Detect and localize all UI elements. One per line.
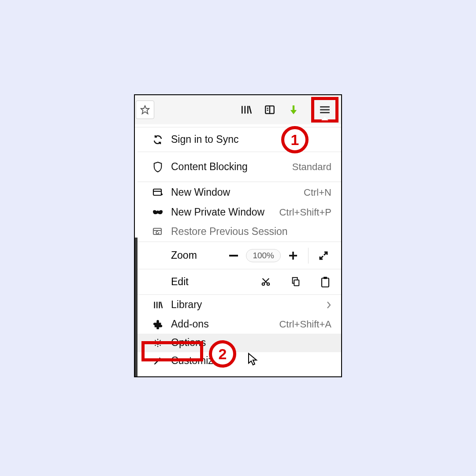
menu-item-new-private[interactable]: New Private Window Ctrl+Shift+P [138, 203, 341, 222]
zoom-out-button[interactable] [221, 247, 246, 264]
svg-marker-0 [141, 106, 149, 114]
library-icon [240, 104, 252, 115]
cut-button[interactable] [261, 277, 271, 287]
menu-shortcut: Ctrl+N [304, 187, 331, 198]
menu-item-sync[interactable]: Sign in to Sync [138, 127, 341, 152]
menu-item-content-blocking[interactable]: Content Blocking Standard [138, 152, 341, 182]
bookmark-star-button[interactable] [136, 100, 154, 119]
svg-line-4 [249, 106, 251, 113]
menu-edit-row: Edit [138, 269, 341, 295]
menu-label: Add-ons [171, 318, 209, 330]
svg-point-35 [156, 341, 159, 344]
divider [308, 248, 309, 264]
cut-icon [261, 277, 271, 286]
toolbar-right-group [238, 97, 341, 123]
toolbar [135, 95, 341, 124]
copy-icon [291, 277, 301, 286]
hamburger-icon [319, 105, 331, 114]
gear-icon [151, 338, 165, 348]
sidebar-icon [264, 104, 275, 115]
menu-item-library[interactable]: Library [138, 295, 341, 315]
svg-rect-19 [229, 255, 238, 257]
fullscreen-icon [319, 251, 328, 260]
menu-value: Standard [292, 161, 331, 173]
menu-item-options[interactable]: Options [138, 334, 341, 352]
download-arrow-icon [288, 104, 299, 115]
browser-menu-screenshot: Sign in to Sync Content Blocking Standar… [134, 94, 342, 377]
svg-rect-28 [294, 280, 299, 286]
shield-icon [151, 161, 165, 173]
star-icon [140, 105, 150, 115]
menu-shortcut: Ctrl+Shift+A [279, 319, 331, 330]
copy-button[interactable] [291, 277, 301, 287]
menu-label: Options [171, 337, 206, 349]
chevron-right-icon [326, 301, 331, 309]
edit-label: Edit [171, 276, 189, 288]
sync-icon [151, 134, 165, 145]
menu-shortcut: Ctrl+Shift+P [279, 207, 331, 218]
app-menu: Sign in to Sync Content Blocking Standar… [135, 127, 341, 376]
annotation-badge-2: 2 [209, 340, 236, 368]
zoom-label: Zoom [171, 249, 197, 261]
menu-label: Restore Previous Session [171, 226, 288, 238]
svg-rect-13 [153, 189, 161, 195]
plus-icon [288, 251, 298, 260]
library-toolbar-button[interactable] [238, 102, 254, 118]
menu-inner: Sign in to Sync Content Blocking Standar… [138, 127, 341, 376]
zoom-value[interactable]: 100% [246, 249, 281, 262]
hamburger-menu-button[interactable] [311, 97, 338, 123]
menu-item-restore-session[interactable]: Restore Previous Session [138, 222, 341, 242]
mask-icon [151, 209, 165, 216]
svg-rect-9 [293, 105, 294, 111]
menu-item-customize[interactable]: Customize... [138, 352, 341, 370]
menu-label: New Private Window [171, 206, 264, 218]
svg-line-34 [160, 301, 162, 308]
new-window-icon [151, 188, 165, 197]
svg-rect-30 [324, 277, 327, 279]
paste-button[interactable] [321, 277, 330, 287]
svg-rect-29 [322, 278, 329, 287]
sidebar-toolbar-button[interactable] [262, 102, 278, 118]
puzzle-icon [151, 320, 165, 329]
menu-label: Library [171, 299, 202, 311]
menu-label: Content Blocking [171, 161, 248, 173]
menu-label: New Window [171, 186, 230, 198]
library-icon [151, 300, 165, 310]
paste-icon [321, 277, 330, 287]
menu-zoom-row: Zoom 100% [138, 242, 341, 269]
menu-label: Sign in to Sync [171, 134, 238, 145]
zoom-in-button[interactable] [281, 247, 305, 264]
minus-icon [229, 255, 238, 257]
annotation-badge-1: 1 [281, 126, 309, 153]
restore-icon [151, 227, 165, 237]
menu-item-new-window[interactable]: New Window Ctrl+N [138, 182, 341, 203]
cursor-icon [248, 353, 259, 367]
downloads-button[interactable] [286, 102, 301, 118]
paint-icon [151, 356, 165, 366]
menu-item-addons[interactable]: Add-ons Ctrl+Shift+A [138, 315, 341, 334]
fullscreen-button[interactable] [311, 247, 336, 264]
